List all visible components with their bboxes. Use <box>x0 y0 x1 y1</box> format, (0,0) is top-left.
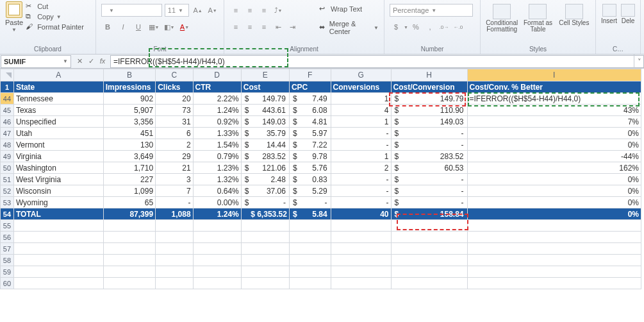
empty-cell[interactable] <box>103 232 155 243</box>
cell-pctbetter[interactable]: 43% <box>467 105 641 116</box>
accounting-format-button[interactable]: $ <box>390 21 402 33</box>
cell-costconv[interactable]: $283.52 <box>391 151 467 162</box>
empty-cell[interactable] <box>103 278 155 289</box>
col-A[interactable]: A <box>13 69 103 81</box>
font-size-select[interactable]: 11▼ <box>165 4 189 17</box>
row-head[interactable]: 46 <box>1 116 14 128</box>
cell-impressions[interactable]: 3,649 <box>103 151 155 162</box>
cell-cpc[interactable]: $6.08 <box>289 105 331 116</box>
cell-clicks[interactable]: 31 <box>156 116 193 128</box>
copy-button[interactable]: ⧉Copy▼ <box>26 12 84 22</box>
enter-formula-button[interactable]: ✓ <box>86 57 96 65</box>
cell-clicks[interactable]: 29 <box>156 151 193 162</box>
cell-costconv[interactable]: $110.90 <box>391 105 467 116</box>
increase-font-button[interactable]: A▲ <box>192 4 204 17</box>
empty-cell[interactable] <box>13 255 103 266</box>
empty-cell[interactable] <box>156 266 193 278</box>
expand-formula-bar-button[interactable]: ˅ <box>634 55 644 69</box>
cell-cpc[interactable]: $5.76 <box>289 162 331 174</box>
cell-ctr[interactable]: 0.79% <box>193 151 241 162</box>
cell-cost[interactable]: $14.44 <box>241 139 289 151</box>
underline-button[interactable]: U <box>132 21 145 33</box>
cell-conversions[interactable]: 1 <box>331 151 391 162</box>
empty-cell[interactable] <box>241 220 289 232</box>
empty-cell[interactable] <box>331 266 391 278</box>
empty-cell[interactable] <box>103 243 155 255</box>
cell-costconv[interactable]: $- <box>391 197 467 208</box>
cell-cost[interactable]: $283.52 <box>241 151 289 162</box>
empty-cell[interactable] <box>467 255 641 266</box>
percent-format-button[interactable]: % <box>409 21 422 33</box>
cell-impressions[interactable]: 451 <box>103 128 155 139</box>
row-head[interactable]: 53 <box>1 197 14 208</box>
row-54-head[interactable]: 54 <box>1 208 14 220</box>
empty-cell[interactable] <box>13 243 103 255</box>
col-G[interactable]: G <box>331 69 391 81</box>
insert-button[interactable]: Insert <box>601 4 617 24</box>
cell-costconv[interactable]: $149.03 <box>391 116 467 128</box>
cell-cpc[interactable]: $4.81 <box>289 116 331 128</box>
cell-ctr[interactable]: 1.24% <box>193 105 241 116</box>
row-head[interactable]: 56 <box>1 232 14 243</box>
increase-decimal-button[interactable]: .0→ <box>438 21 450 33</box>
cell-clicks[interactable]: 20 <box>156 93 193 105</box>
empty-cell[interactable] <box>289 243 331 255</box>
cell-impressions[interactable]: 1,710 <box>103 162 155 174</box>
cell-impressions[interactable]: 5,907 <box>103 105 155 116</box>
row-head[interactable]: 44 <box>1 93 14 105</box>
col-B[interactable]: B <box>103 69 155 81</box>
row-head[interactable]: 52 <box>1 185 14 197</box>
cell-costconv[interactable]: $149.79 <box>391 93 467 105</box>
align-center-button[interactable]: ≡ <box>244 21 256 33</box>
align-bottom-button[interactable]: ≡ <box>258 4 270 17</box>
cell-pctbetter[interactable]: 0% <box>467 174 641 185</box>
empty-cell[interactable] <box>289 255 331 266</box>
empty-cell[interactable] <box>103 266 155 278</box>
bold-button[interactable]: B <box>101 21 114 33</box>
cancel-formula-button[interactable]: ✕ <box>74 57 85 65</box>
format-painter-button[interactable]: 🖌Format Painter <box>26 22 84 32</box>
cell-conversions[interactable]: 4 <box>331 105 391 116</box>
cell-state[interactable]: Virginia <box>13 151 103 162</box>
cell-pctbetter[interactable]: 0% <box>467 128 641 139</box>
cell-conversions[interactable]: - <box>331 128 391 139</box>
cell-cpc[interactable]: $5.29 <box>289 185 331 197</box>
row-head[interactable]: 60 <box>1 278 14 289</box>
cell-ctr[interactable]: 0.00% <box>193 197 241 208</box>
cell-conversions[interactable]: - <box>331 139 391 151</box>
cell-clicks[interactable]: 73 <box>156 105 193 116</box>
empty-cell[interactable] <box>467 220 641 232</box>
col-I[interactable]: I <box>467 69 641 81</box>
row-head[interactable]: 59 <box>1 266 14 278</box>
cell-clicks[interactable]: 7 <box>156 185 193 197</box>
empty-cell[interactable] <box>391 220 467 232</box>
empty-cell[interactable] <box>13 232 103 243</box>
merge-center-button[interactable]: ⬌Merge & Center▼ <box>319 19 379 36</box>
cell-pctbetter[interactable]: 0% <box>467 197 641 208</box>
empty-cell[interactable] <box>241 266 289 278</box>
empty-cell[interactable] <box>156 255 193 266</box>
cell-ctr[interactable]: 1.23% <box>193 162 241 174</box>
cell-costconv[interactable]: $- <box>391 128 467 139</box>
cell-costconv[interactable]: $- <box>391 185 467 197</box>
cell-impressions[interactable]: 65 <box>103 197 155 208</box>
cell-cost[interactable]: $121.06 <box>241 162 289 174</box>
empty-cell[interactable] <box>331 220 391 232</box>
col-D[interactable]: D <box>193 69 241 81</box>
cell-ctr[interactable]: 0.64% <box>193 185 241 197</box>
paste-button[interactable]: Paste ▼ <box>5 1 23 33</box>
formula-bar[interactable]: =IFERROR(($H$54-H44)/H44,0) <box>110 55 644 68</box>
cell-conversions[interactable]: 1 <box>331 93 391 105</box>
cell-clicks[interactable]: 6 <box>156 128 193 139</box>
cell-styles-button[interactable]: Cell Styles <box>558 4 590 33</box>
row-head[interactable]: 47 <box>1 128 14 139</box>
col-E[interactable]: E <box>241 69 289 81</box>
empty-cell[interactable] <box>13 220 103 232</box>
empty-cell[interactable] <box>289 266 331 278</box>
cell-cpc[interactable]: $7.22 <box>289 139 331 151</box>
cell-state[interactable]: West Virginia <box>13 174 103 185</box>
empty-cell[interactable] <box>391 278 467 289</box>
align-middle-button[interactable]: ≡ <box>244 4 256 17</box>
row-head[interactable]: 55 <box>1 220 14 232</box>
col-H[interactable]: H <box>391 69 467 81</box>
